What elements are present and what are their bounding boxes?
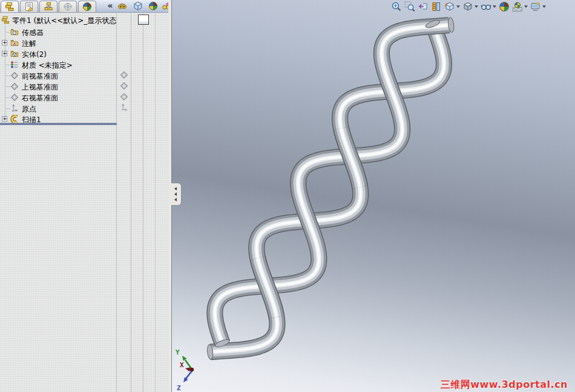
helix-tube <box>192 7 462 377</box>
zoom-fit-icon <box>391 1 402 12</box>
display-pane-separator <box>155 13 156 392</box>
watermark: 三维网www.3dportal.cn <box>441 379 568 391</box>
column-hide-show-icon[interactable] <box>117 1 127 11</box>
helix-model[interactable] <box>172 0 575 392</box>
helix-tube <box>192 7 462 377</box>
rollback-bar[interactable] <box>0 123 117 125</box>
featuremanager-panel: « 零件1 (默认<<默认>_显示状态传感器+A注解+实体(2)材质 <未指定>… <box>0 0 168 392</box>
display-pane-ghost-plane-icon <box>120 82 128 90</box>
hud-view-settings-button[interactable] <box>530 1 547 12</box>
feature-tree-icon <box>5 2 15 11</box>
material-icon <box>10 60 19 69</box>
axis-z-label: Z <box>177 384 181 392</box>
graphics-area[interactable]: Y Z X 三维网www.3dportal.cn <box>172 0 575 392</box>
orientation-triad: Y Z X <box>172 345 209 392</box>
splitter-collapse-tab[interactable] <box>171 183 182 206</box>
dropdown-arrow-icon[interactable] <box>456 5 460 8</box>
appearance-swatch[interactable] <box>138 15 149 25</box>
tree-connector <box>5 32 10 33</box>
zoom-area-icon <box>404 1 415 12</box>
helix-tube <box>200 1 467 365</box>
helix-tube <box>200 1 467 365</box>
hud-edit-appearance-button[interactable] <box>498 1 510 12</box>
helix-tube <box>192 7 462 377</box>
collapse-arrow-icon <box>174 198 177 201</box>
display-pane-ghost-plane-icon <box>120 71 128 79</box>
property-manager-icon <box>24 2 34 11</box>
tree-item-part-root-label: 零件1 (默认<<默认>_显示状态 <box>12 16 116 26</box>
tree-item-sensors-0-label: 传感器 <box>22 28 44 38</box>
sweep-icon <box>10 115 19 123</box>
tree-item-annotations-1-label: 注解 <box>22 39 36 49</box>
display-pane-ghost-plane-icon <box>120 93 128 101</box>
tree-item-plane-6-label: 右视基准面 <box>22 93 58 103</box>
display-pane-separator <box>143 13 143 392</box>
helix-tube <box>192 7 462 377</box>
solidworks-window: { "panel": { "tabs": [ {"icon": "feature… <box>0 0 575 392</box>
svg-text:A: A <box>13 42 16 45</box>
plane-icon <box>10 71 19 80</box>
expander-icon[interactable]: + <box>2 51 7 56</box>
view-settings-icon <box>530 1 541 12</box>
panel-tab-propertymanager[interactable] <box>20 1 38 12</box>
collapse-panel-button[interactable]: « <box>105 0 115 12</box>
hud-display-style-button[interactable] <box>462 1 479 12</box>
hud-zoom-fit-button[interactable] <box>390 1 402 12</box>
dropdown-arrow-icon[interactable] <box>493 5 496 8</box>
dropdown-arrow-icon[interactable] <box>524 5 528 8</box>
hud-previous-view-button[interactable] <box>417 1 429 12</box>
panel-tab-dimxpertmanager[interactable] <box>59 1 77 12</box>
display-pane-separator <box>116 13 117 392</box>
configuration-manager-icon <box>44 2 53 11</box>
column-display-mode-icon[interactable] <box>133 1 143 11</box>
plane-icon <box>10 82 19 91</box>
expander-icon[interactable]: + <box>2 40 7 45</box>
collapse-arrow-icon <box>174 187 177 191</box>
column-appearance-icon[interactable] <box>148 1 158 11</box>
helix-tube <box>192 7 462 377</box>
tree-connector <box>5 87 10 87</box>
hide-show-items-icon <box>481 1 491 12</box>
display-pane-ghost-origin-icon <box>120 103 128 112</box>
solid-bodies-icon <box>10 50 19 58</box>
tree-item-solid-bodies-2-label: 实体(2) <box>22 50 47 60</box>
display-manager-icon <box>82 2 92 11</box>
previous-view-icon <box>418 1 429 12</box>
origin-icon <box>10 104 19 113</box>
hud-zoom-area-button[interactable] <box>404 1 416 12</box>
collapse-arrow-icon <box>174 192 177 196</box>
helix-tube <box>200 1 467 365</box>
tree-item-plane-5-label: 上视基准面 <box>22 82 58 93</box>
annotations-icon: A <box>10 39 19 47</box>
tree-item-plane-4-label: 前视基准面 <box>22 71 58 82</box>
panel-tab-featuremanager[interactable] <box>1 1 19 12</box>
hud-view-orientation-button[interactable] <box>444 1 461 12</box>
axis-y-label: Y <box>176 348 180 356</box>
dimxpert-icon <box>63 2 73 11</box>
expander-icon[interactable]: + <box>2 116 7 122</box>
view-orientation-icon <box>444 1 455 12</box>
display-pane-separator <box>131 13 131 392</box>
headsup-view-toolbar <box>390 1 547 13</box>
edit-appearance-icon <box>499 1 510 12</box>
helix-tube <box>200 1 467 365</box>
helix-tube <box>200 1 467 365</box>
hud-hide-show-items-button[interactable] <box>480 1 497 12</box>
panel-tab-configurationmanager[interactable] <box>39 1 58 12</box>
hud-section-view-button[interactable] <box>430 1 442 12</box>
axis-x-label: X <box>180 361 184 369</box>
tree-connector <box>5 76 10 76</box>
apply-scene-icon <box>512 1 523 12</box>
sensors-icon <box>10 28 19 36</box>
feature-tree-icon <box>1 16 10 24</box>
dropdown-arrow-icon[interactable] <box>542 5 546 8</box>
tree-connector <box>5 65 10 65</box>
plane-icon <box>10 93 19 102</box>
hud-apply-scene-button[interactable] <box>511 1 528 12</box>
tree-item-material-3-label: 材质 <未指定> <box>22 60 73 71</box>
dropdown-arrow-icon[interactable] <box>475 5 478 8</box>
tree-item-origin-7-label: 原点 <box>22 104 36 114</box>
panel-tab-bar <box>0 0 168 13</box>
panel-tab-displaymanager[interactable] <box>78 1 96 12</box>
tree-connector <box>5 97 10 98</box>
